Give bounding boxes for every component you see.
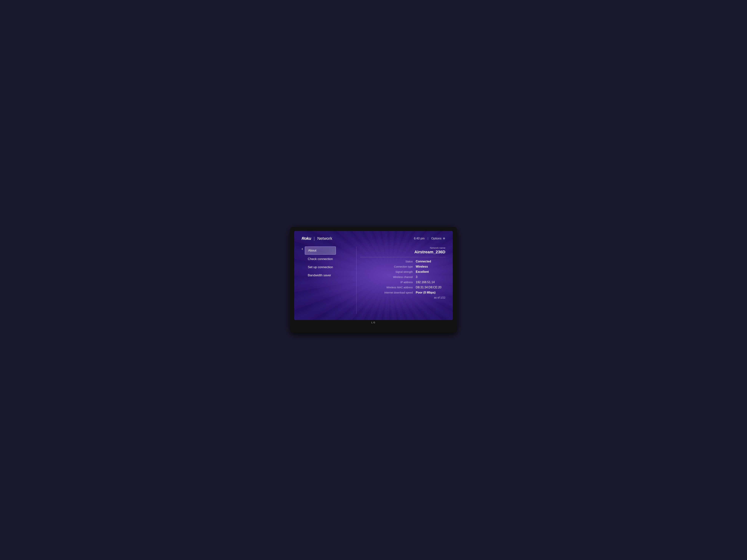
signal-strength-value: Excellent (416, 270, 445, 273)
menu-item-set-up-connection-label: Set up connection (308, 265, 333, 269)
asterisk-icon: ✳ (443, 237, 445, 241)
menu-list: About Check connection Set up connection… (305, 246, 336, 279)
info-row-status: Status Connected (360, 260, 445, 263)
back-button[interactable]: ‹ (302, 246, 305, 251)
mac-address-label: Wireless MAC address (383, 286, 413, 289)
tv-screen: Roku | Network 6:40 pm | Options ✳ (294, 231, 453, 320)
screen-content: Roku | Network 6:40 pm | Options ✳ (294, 231, 453, 320)
header-right-divider: | (428, 237, 428, 240)
main-layout: ‹ About Check connection Set up connecti… (302, 246, 445, 314)
menu-item-bandwidth-saver[interactable]: Bandwidth saver (305, 272, 336, 279)
right-panel: Network name Airstream_236D Status Conne… (356, 246, 445, 314)
network-name-label: Network name (360, 246, 445, 249)
info-row-wireless-channel: Wireless channel 3 (360, 275, 445, 279)
back-chevron-icon: ‹ (302, 246, 303, 251)
download-speed-value: Poor (0 Mbps) (416, 291, 445, 294)
info-table: Status Connected Connection type Wireles… (360, 260, 445, 299)
info-row-signal-strength: Signal strength Excellent (360, 270, 445, 273)
info-row-connection-type: Connection type Wireless (360, 265, 445, 268)
menu-item-check-connection[interactable]: Check connection (305, 256, 336, 263)
info-row-ip-address: IP address 192.168.51.14 (360, 281, 445, 284)
connection-type-label: Connection type (383, 265, 413, 268)
network-name-section: Network name Airstream_236D (360, 246, 445, 257)
signal-strength-label: Signal strength (383, 270, 413, 273)
header: Roku | Network 6:40 pm | Options ✳ (302, 236, 445, 241)
ip-address-label: IP address (383, 281, 413, 284)
menu-item-check-connection-label: Check connection (308, 257, 333, 261)
mac-address-value: D8:31:34:D8:CE:20 (416, 286, 445, 289)
status-label: Status (383, 260, 413, 263)
header-divider: | (314, 236, 315, 241)
download-speed-label: Internet download speed (383, 291, 413, 294)
info-row-download-speed: Internet download speed Poor (0 Mbps) (360, 291, 445, 294)
roku-logo: Roku (302, 236, 311, 241)
wireless-channel-label: Wireless channel (383, 275, 413, 278)
menu-item-about-label: About (308, 249, 316, 252)
connection-type-value: Wireless (416, 265, 445, 268)
page-title: Network (317, 236, 332, 241)
header-left: Roku | Network (302, 236, 332, 241)
wireless-channel-value: 3 (416, 275, 445, 279)
info-row-mac-address: Wireless MAC address D8:31:34:D8:CE:20 (360, 286, 445, 289)
left-panel: ‹ About Check connection Set up connecti… (302, 246, 356, 314)
network-name-value: Airstream_236D (360, 250, 445, 255)
ip-address-value: 192.168.51.14 (416, 281, 445, 284)
status-value: Connected (416, 260, 445, 263)
as-of-text: as of 1/22 (434, 296, 445, 299)
options-button[interactable]: Options ✳ (431, 237, 445, 241)
tv-stand: LG (294, 321, 453, 324)
header-right: 6:40 pm | Options ✳ (414, 237, 445, 241)
menu-item-about[interactable]: About (305, 246, 336, 255)
clock: 6:40 pm (414, 237, 424, 240)
menu-item-bandwidth-saver-label: Bandwidth saver (308, 273, 331, 277)
as-of-row: as of 1/22 (360, 296, 445, 299)
tv-outer: Roku | Network 6:40 pm | Options ✳ (290, 227, 457, 334)
tv-brand: LG (371, 321, 376, 324)
menu-item-set-up-connection[interactable]: Set up connection (305, 264, 336, 271)
options-label: Options (431, 237, 441, 240)
